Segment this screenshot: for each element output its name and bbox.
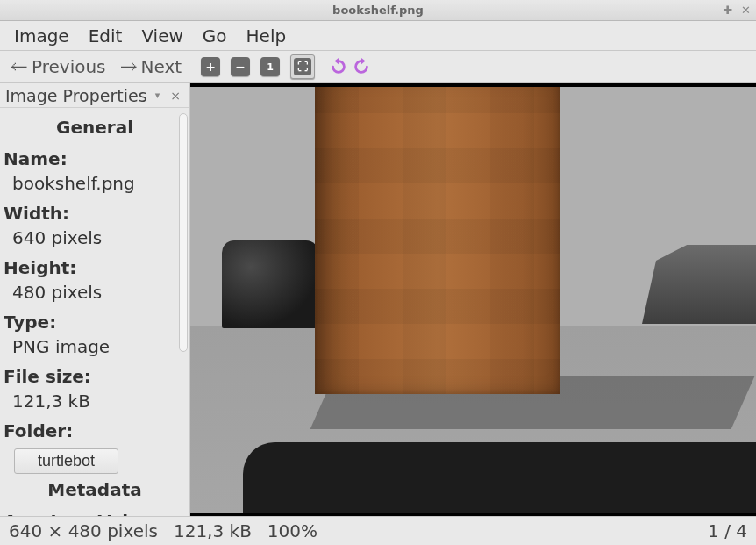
prop-name-value: bookshelf.png — [4, 171, 186, 196]
maximize-button[interactable]: ✚ — [723, 4, 732, 17]
prop-type-value: PNG image — [4, 334, 186, 359]
menu-help[interactable]: Help — [238, 22, 296, 50]
close-button[interactable]: ✕ — [741, 4, 751, 17]
zoom-in-button[interactable]: + — [201, 57, 220, 76]
menu-go[interactable]: Go — [194, 22, 236, 50]
previous-label: Previous — [32, 56, 106, 77]
zoom-fit-button[interactable]: ⛶ — [290, 54, 315, 79]
sidebar-scroll-thumb[interactable] — [179, 113, 188, 352]
scene-barrier — [642, 245, 756, 324]
scene-cylinder — [222, 240, 318, 328]
scene-platform — [243, 442, 756, 513]
sidebar-scrollbar[interactable] — [179, 113, 188, 511]
menu-view[interactable]: View — [132, 22, 191, 50]
titlebar: bookshelf.png — ✚ ✕ — [0, 0, 756, 21]
status-position: 1 / 4 — [708, 520, 747, 541]
menubar: Image Edit View Go Help — [0, 21, 756, 51]
section-general: General — [4, 111, 186, 141]
zoom-out-button[interactable]: − — [231, 57, 250, 76]
arrow-right-icon: 🡒 — [120, 56, 138, 77]
zoom-fit-icon: ⛶ — [294, 58, 311, 75]
menu-image[interactable]: Image — [5, 22, 78, 50]
sidebar-close-button[interactable]: × — [163, 89, 184, 103]
prop-folder-label: Folder: — [4, 413, 186, 443]
main-area: Image Properties ▾ × General Name: books… — [0, 83, 756, 516]
sidebar: Image Properties ▾ × General Name: books… — [0, 83, 190, 516]
prop-aperture-label: Aperture Value: — [4, 504, 186, 516]
rotate-left-button[interactable] — [329, 57, 348, 76]
sidebar-content: General Name: bookshelf.png Width: 640 p… — [4, 111, 186, 516]
next-label: Next — [141, 56, 182, 77]
image-canvas[interactable] — [190, 83, 756, 516]
menu-edit[interactable]: Edit — [80, 22, 132, 50]
rotate-right-button[interactable] — [352, 57, 371, 76]
status-dimensions: 640 × 480 pixels — [9, 520, 158, 541]
sidebar-dropdown-button[interactable]: ▾ — [152, 90, 164, 101]
zoom-normal-button[interactable]: 1 — [260, 57, 280, 76]
prop-type-label: Type: — [4, 305, 186, 334]
prop-name-label: Name: — [4, 141, 186, 171]
status-zoom: 100% — [267, 520, 317, 541]
rotate-left-icon — [329, 57, 348, 76]
sidebar-body: General Name: bookshelf.png Width: 640 p… — [0, 108, 189, 516]
sidebar-title: Image Properties — [5, 86, 152, 105]
image-viewport[interactable] — [190, 87, 756, 513]
sidebar-header: Image Properties ▾ × — [0, 83, 189, 108]
prop-height-label: Height: — [4, 250, 186, 280]
rotate-right-icon — [352, 57, 371, 76]
prop-width-label: Width: — [4, 196, 186, 226]
prop-height-value: 480 pixels — [4, 280, 186, 305]
section-metadata: Metadata — [4, 474, 186, 504]
window-controls: — ✚ ✕ — [703, 4, 751, 17]
prop-width-value: 640 pixels — [4, 226, 186, 250]
window-title: bookshelf.png — [0, 4, 756, 17]
minimize-button[interactable]: — — [703, 4, 714, 17]
arrow-left-icon: 🡐 — [11, 56, 28, 77]
scene-bookshelf — [315, 87, 560, 394]
status-filesize: 121,3 kB — [174, 520, 252, 541]
previous-button[interactable]: 🡐 Previous — [5, 54, 111, 79]
toolbar: 🡐 Previous 🡒 Next + − 1 ⛶ — [0, 51, 756, 83]
folder-button[interactable]: turtlebot — [14, 448, 118, 474]
next-button[interactable]: 🡒 Next — [115, 54, 188, 79]
prop-filesize-label: File size: — [4, 359, 186, 389]
prop-filesize-value: 121,3 kB — [4, 389, 186, 413]
statusbar: 640 × 480 pixels 121,3 kB 100% 1 / 4 — [0, 516, 756, 545]
